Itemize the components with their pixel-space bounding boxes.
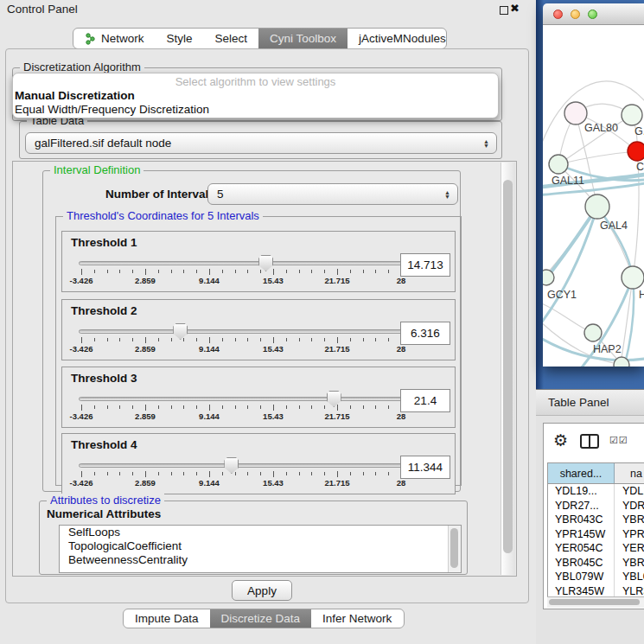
tab-style[interactable]: Style	[156, 29, 204, 48]
node-table: shared...na YDL19...YDL1YDR27...YDR2YBR0…	[547, 462, 644, 599]
threshold-value-field[interactable]: 11.344	[400, 456, 450, 479]
slider-track[interactable]	[79, 463, 404, 468]
table-cell[interactable]: YBR045C	[548, 556, 615, 571]
table-data-combobox[interactable]: galFiltered.sif default node ▲▼	[25, 132, 497, 154]
slider-tick-label: 21.715	[324, 478, 349, 488]
threshold-slider[interactable]: -3.4262.8599.14415.4321.71528	[81, 397, 401, 426]
split-view-icon[interactable]	[580, 434, 599, 449]
tab-select[interactable]: Select	[204, 29, 259, 48]
threshold-slider[interactable]: -3.4262.8599.14415.4321.71528	[81, 329, 401, 359]
checkbox-icons[interactable]: ☑☑	[609, 435, 628, 446]
slider-tick	[247, 338, 248, 341]
network-node-gcy1[interactable]	[543, 270, 554, 285]
threshold-value-field[interactable]: 14.713	[400, 253, 450, 277]
table-row[interactable]: YDL19...YDL1	[548, 484, 644, 499]
slider-tick	[363, 338, 364, 341]
table-cell[interactable]: YBL079W	[548, 570, 615, 584]
table-cell[interactable]: YDR2	[615, 499, 644, 513]
network-node-gal11[interactable]	[549, 155, 568, 174]
network-node-h[interactable]	[622, 266, 644, 289]
slider-tick	[273, 337, 274, 343]
dropdown-item-equal-width-frequency-discretization[interactable]: Equal Width/Frequency Discretization	[13, 103, 498, 117]
table-panel-header[interactable]: Table Panel	[536, 389, 644, 416]
tab-jactivemnodules[interactable]: jActiveMNodules	[348, 29, 447, 48]
apply-button[interactable]: Apply	[232, 580, 292, 601]
slider-tick	[145, 471, 146, 477]
attributes-list[interactable]: SelfLoopsTopologicalCoefficientBetweenne…	[59, 525, 462, 573]
network-view-window[interactable]: GAL80G.CGAL11GAL4GCY1HHAP2	[543, 3, 644, 367]
thresholds-legend: Threshold's Coordinates for 5 Intervals	[63, 209, 263, 222]
attribute-item[interactable]: BetweennessCentrality	[60, 553, 461, 567]
threshold-value-field[interactable]: 6.316	[400, 322, 450, 345]
network-node-hap2[interactable]	[584, 324, 602, 341]
settings-vertical-scrollbar[interactable]	[501, 163, 515, 575]
slider-tick	[337, 471, 338, 477]
attributes-list-scrollbar[interactable]	[448, 526, 461, 572]
num-intervals-combobox[interactable]: 5 ▲▼	[207, 183, 458, 205]
table-cell[interactable]: YDL1	[615, 484, 644, 499]
close-traffic-light-icon[interactable]	[553, 10, 563, 19]
table-row[interactable]: YDR27...YDR2	[548, 499, 644, 513]
attribute-item[interactable]: SelfLoops	[60, 526, 461, 539]
slider-track[interactable]	[79, 397, 404, 401]
threshold-title: Threshold 2	[71, 304, 137, 317]
table-cell[interactable]: YER0	[615, 541, 644, 556]
tab-label: jActiveMNodules	[359, 32, 446, 45]
table-row[interactable]: YPR145WYPR1	[548, 527, 644, 542]
gear-icon[interactable]: ⚙	[553, 430, 568, 450]
network-node-gal4[interactable]	[585, 194, 609, 219]
slider-thumb[interactable]	[327, 391, 341, 407]
tab-network[interactable]: Network	[73, 29, 156, 48]
node-label: GAL80	[584, 122, 618, 134]
table-row[interactable]: YBR045CYBR0	[548, 556, 644, 571]
slider-track[interactable]	[79, 261, 404, 265]
threshold-title: Threshold 4	[71, 438, 137, 451]
table-cell[interactable]: YER054C	[548, 541, 615, 556]
slider-tick-label: 9.144	[199, 344, 220, 354]
slider-track[interactable]	[79, 329, 404, 334]
threshold-value-field[interactable]: 21.4	[400, 389, 450, 412]
bottom-tab-discretize-data[interactable]: Discretize Data	[210, 609, 312, 628]
minimize-traffic-light-icon[interactable]	[571, 10, 580, 19]
network-window-titlebar[interactable]	[543, 3, 644, 25]
table-row[interactable]: YBR043CYBR0	[548, 513, 644, 527]
table-horizontal-scrollbar[interactable]	[547, 596, 644, 608]
network-node-g[interactable]	[622, 105, 642, 125]
table-cell[interactable]: YPR145W	[548, 527, 615, 542]
threshold-slider[interactable]: -3.4262.8599.14415.4321.71528	[81, 261, 401, 290]
table-cell[interactable]: YDL19...	[548, 484, 615, 499]
zoom-traffic-light-icon[interactable]	[588, 10, 597, 19]
slider-thumb[interactable]	[224, 457, 239, 474]
table-cell[interactable]: YPR1	[615, 527, 644, 542]
slider-tick	[107, 270, 108, 273]
table-row[interactable]: YBL079WYBL0	[548, 570, 644, 584]
table-cell[interactable]: YDR27...	[548, 499, 615, 513]
table-cell[interactable]: YBR0	[615, 556, 644, 571]
slider-tick	[81, 405, 82, 411]
tab-cyni-toolbox[interactable]: Cyni Toolbox	[258, 29, 348, 48]
slider-tick-label: 2.859	[135, 344, 156, 354]
slider-tick	[94, 338, 95, 341]
table-column-header-2[interactable]: na	[615, 463, 644, 483]
slider-tick	[286, 338, 287, 341]
table-cell[interactable]: YBL0	[615, 570, 644, 584]
bottom-tab-infer-network[interactable]: Infer Network	[311, 609, 403, 628]
float-window-icon[interactable]	[500, 6, 508, 15]
slider-tick	[273, 269, 274, 275]
table-column-header-1[interactable]: shared...	[548, 463, 615, 483]
table-row[interactable]: YER054CYER0	[548, 541, 644, 556]
slider-thumb[interactable]	[173, 323, 188, 340]
table-cell[interactable]: YBR043C	[548, 513, 615, 527]
slider-tick	[209, 471, 210, 477]
slider-tick-label: 15.43	[263, 478, 284, 488]
slider-tick	[132, 472, 133, 475]
network-canvas[interactable]: GAL80G.CGAL11GAL4GCY1HHAP2	[543, 25, 644, 367]
bottom-tab-impute-data[interactable]: Impute Data	[124, 609, 210, 628]
network-node[interactable]	[614, 357, 629, 367]
dropdown-item-manual-discretization[interactable]: Manual Discretization	[13, 89, 498, 103]
attribute-item[interactable]: TopologicalCoefficient	[60, 539, 461, 553]
network-node-c[interactable]	[628, 142, 644, 161]
table-cell[interactable]: YBR0	[615, 513, 644, 527]
threshold-slider[interactable]: -3.4262.8599.14415.4321.71528	[81, 463, 401, 493]
close-icon[interactable]: ✖	[510, 2, 520, 15]
